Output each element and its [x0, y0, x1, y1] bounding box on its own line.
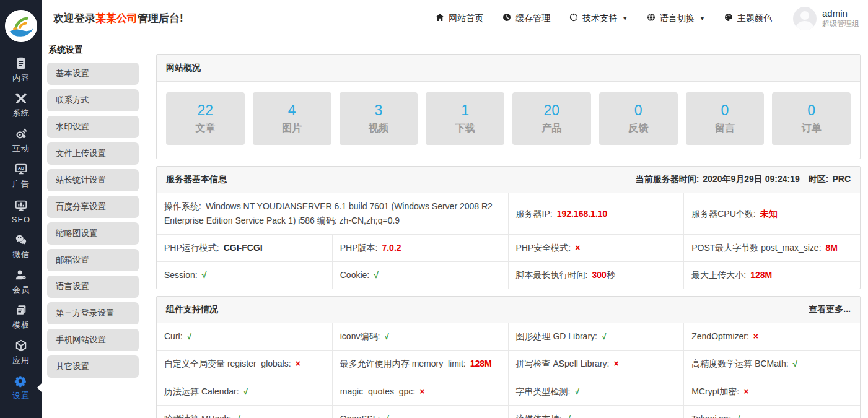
server-time: 当前服务器时间:2020年9月29日 09:24:19时区:PRC [632, 174, 851, 185]
cell-text: POST最大字节数 post_max_size:8M [691, 241, 838, 255]
stat-box-留言[interactable]: 0留言 [686, 92, 765, 145]
rail-item-模板[interactable]: 模板 [0, 299, 42, 334]
server-info-header: 服务器基本信息 当前服务器时间:2020年9月29日 09:24:19时区:PR… [157, 167, 860, 193]
cell-label: 哈稀计算 MHash: [164, 414, 231, 418]
stat-label: 反馈 [628, 122, 648, 135]
home-icon [435, 12, 445, 24]
components-panel: 组件支持情况 查看更多... Curl:√iconv编码:√图形处理 GD Li… [156, 296, 861, 418]
app-icon [13, 338, 29, 353]
seo-icon [13, 198, 29, 213]
top-nav-主题颜色[interactable]: 主题颜色 [724, 12, 772, 24]
cell-text: MCrypt加密:× [691, 385, 748, 399]
cell-text: Tokenizer:√ [691, 412, 740, 418]
top-nav-网站首页[interactable]: 网站首页 [435, 12, 483, 24]
sidebar-item-手机网站设置[interactable]: 手机网站设置 [47, 329, 139, 351]
info-cell: 脚本最长执行时间:300秒 [509, 262, 685, 289]
sidebar-item-邮箱设置[interactable]: 邮箱设置 [47, 249, 139, 271]
cell-value: √ [374, 270, 379, 280]
cell-label: Session: [164, 270, 198, 280]
cell-value: 8M [826, 243, 838, 253]
cell-value: √ [793, 359, 798, 368]
sidebar-item-百度分享设置[interactable]: 百度分享设置 [47, 196, 139, 218]
cell-text: 流媒体支持:√ [516, 412, 571, 418]
stat-box-图片[interactable]: 4图片 [253, 92, 331, 145]
stat-value: 3 [374, 102, 382, 120]
top-nav-缓存管理[interactable]: 缓存管理 [502, 12, 550, 24]
sidebar-item-缩略图设置[interactable]: 缩略图设置 [47, 222, 139, 245]
server-info-title: 服务器基本信息 [166, 174, 227, 185]
rail-item-label: 会员 [12, 284, 30, 295]
view-more-link[interactable]: 查看更多... [809, 304, 851, 315]
cell-value: √ [384, 414, 389, 418]
top-nav: 网站首页缓存管理技术支持▼语言切换▼主题颜色 [435, 12, 772, 24]
cell-text: 自定义全局变量 register_globals:× [164, 357, 300, 371]
server-time-label: 当前服务器时间: [636, 174, 699, 184]
rail-item-label: 应用 [12, 355, 30, 366]
content-icon [13, 56, 29, 71]
stat-label: 订单 [802, 122, 822, 135]
user-name: admin [822, 8, 859, 20]
site-overview-panel: 网站概况 22文章4图片3视频1下载20产品0反馈0留言0订单 [156, 54, 861, 159]
stat-box-文章[interactable]: 22文章 [166, 92, 245, 145]
stat-box-订单[interactable]: 0订单 [772, 92, 851, 145]
sidebar-item-基本设置[interactable]: 基本设置 [47, 63, 139, 85]
sidebar-item-其它设置[interactable]: 其它设置 [47, 355, 139, 378]
cell-value: × [743, 386, 748, 396]
top-header: 欢迎登录某某公司管理后台! 网站首页缓存管理技术支持▼语言切换▼主题颜色 adm… [42, 0, 868, 37]
top-nav-语言切换[interactable]: 语言切换▼ [646, 12, 705, 24]
stat-box-反馈[interactable]: 0反馈 [599, 92, 678, 145]
stat-value: 4 [288, 102, 296, 120]
rail-item-系统[interactable]: 系统 [0, 87, 42, 123]
info-cell: iconv编码:√ [333, 323, 509, 350]
sidebar-title: 系统设置 [47, 45, 139, 56]
stat-box-下载[interactable]: 1下载 [426, 92, 504, 145]
clock-icon [502, 12, 512, 24]
cell-text: 历法运算 Calendar:√ [164, 385, 248, 399]
table-row: Curl:√iconv编码:√图形处理 GD Library:√ZendOptm… [157, 323, 860, 351]
rail-item-设置[interactable]: 设置 [0, 370, 42, 405]
info-cell: 拼写检查 ASpell Library:× [509, 351, 685, 377]
user-menu[interactable]: admin 超级管理组 [793, 7, 859, 30]
top-nav-技术支持[interactable]: 技术支持▼ [569, 12, 628, 24]
sidebar-item-联系方式[interactable]: 联系方式 [47, 89, 139, 111]
cell-value: √ [243, 386, 248, 396]
sidebar-item-语言设置[interactable]: 语言设置 [47, 276, 139, 298]
cell-label: 服务器CPU个数: [691, 209, 755, 219]
stat-box-视频[interactable]: 3视频 [340, 92, 418, 145]
info-cell: MCrypt加密:× [684, 378, 860, 405]
table-row: 哈稀计算 MHash:√OpenSSL:√流媒体支持:√Tokenizer:√ [157, 406, 860, 418]
sidebar-item-水印设置[interactable]: 水印设置 [47, 116, 139, 138]
rail-item-互动[interactable]: 互动 [0, 123, 42, 158]
cell-text: PHP安全模式:× [516, 241, 581, 255]
server-info-panel: 服务器基本信息 当前服务器时间:2020年9月29日 09:24:19时区:PR… [156, 166, 861, 289]
cell-label: 流媒体支持: [516, 414, 562, 418]
rail-item-label: 互动 [12, 143, 30, 154]
stat-box-产品[interactable]: 20产品 [512, 92, 591, 145]
info-cell: 最大上传大小:128M [684, 262, 860, 289]
info-cell: 历法运算 Calendar:√ [157, 378, 333, 405]
cell-text: iconv编码:√ [340, 329, 389, 344]
cell-label: PHP版本: [340, 243, 378, 253]
rail-item-广告[interactable]: AD广告 [0, 158, 42, 193]
cell-label: Tokenizer: [691, 414, 731, 418]
rail-item-会员[interactable]: 会员 [0, 264, 42, 299]
info-cell: ZendOptmizer:× [684, 323, 860, 350]
rail-item-微信[interactable]: 微信 [0, 229, 42, 264]
cell-value: 192.168.1.10 [557, 209, 608, 219]
cell-value: √ [574, 386, 579, 396]
cell-text: 哈稀计算 MHash:√ [164, 412, 240, 418]
rail-item-SEO[interactable]: SEO [0, 193, 42, 229]
rail-item-内容[interactable]: 内容 [0, 52, 42, 87]
sidebar-item-文件上传设置[interactable]: 文件上传设置 [47, 142, 139, 165]
logo[interactable] [0, 0, 42, 52]
support-icon [569, 12, 579, 24]
rail-item-应用[interactable]: 应用 [0, 334, 42, 370]
stat-label: 视频 [369, 122, 388, 135]
stat-value: 1 [461, 102, 469, 120]
cell-suffix: 秒 [607, 270, 615, 280]
sidebar-item-第三方登录设置[interactable]: 第三方登录设置 [47, 302, 139, 324]
svg-text:AD: AD [18, 166, 24, 170]
sidebar-item-站长统计设置[interactable]: 站长统计设置 [47, 169, 139, 191]
interact-icon [13, 126, 29, 141]
rail-item-label: 内容 [12, 72, 30, 84]
